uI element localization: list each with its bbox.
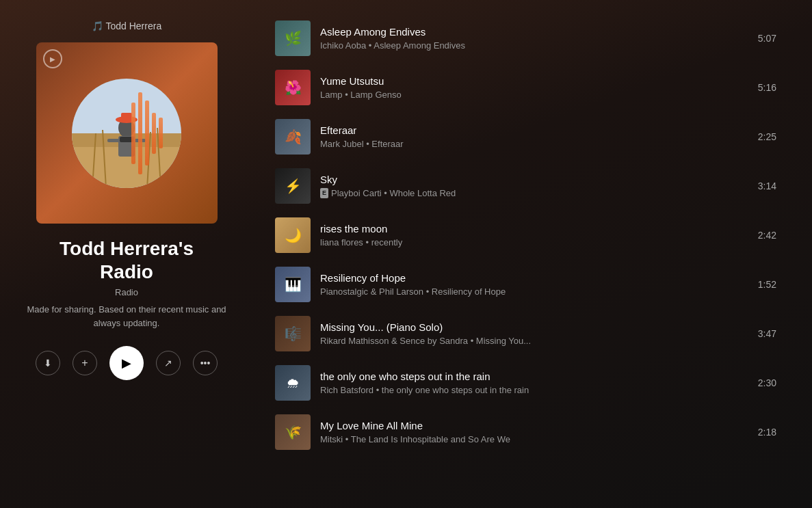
track-meta: Rich Batsford • the only one who steps o… — [320, 385, 739, 395]
track-duration: 3:14 — [749, 181, 776, 191]
track-info: My Love Mine All MineMitski • The Land I… — [320, 420, 739, 444]
svg-rect-6 — [121, 113, 132, 121]
playlist-desc: Made for sharing. Based on their recent … — [0, 303, 253, 330]
track-thumbnail: 🎼 — [275, 316, 311, 351]
person-svg — [72, 79, 181, 188]
track-info: Yume UtsutsuLamp • Lamp Genso — [320, 75, 739, 100]
track-info: Missing You... (Piano Solo)Rikard Mathis… — [320, 321, 739, 346]
track-row[interactable]: 🌙rises the moonliana flores • recently2:… — [267, 211, 785, 260]
track-name: Resiliency of Hope — [320, 272, 739, 284]
explicit-badge: E — [320, 188, 328, 198]
waveform-bar — [152, 113, 156, 154]
track-thumbnail: 🌙 — [275, 217, 311, 253]
more-icon: ••• — [200, 358, 211, 369]
track-thumbnail: 🍂 — [275, 119, 311, 155]
user-tag: 🎵 Todd Herrera — [92, 21, 161, 31]
track-name: the only one who steps out in the rain — [320, 371, 739, 382]
track-list: 🌿Asleep Among EndivesIchiko Aoba • Aslee… — [253, 0, 812, 508]
track-duration: 3:47 — [749, 328, 776, 339]
track-info: Asleep Among EndivesIchiko Aoba • Asleep… — [320, 26, 739, 51]
track-row[interactable]: 🎹Resiliency of HopePianostalgic & Phil L… — [267, 260, 785, 309]
track-info: EfteraarMark Jubel • Efteraar — [320, 124, 739, 149]
track-meta: Lamp • Lamp Genso — [320, 90, 739, 100]
track-duration: 5:07 — [749, 33, 776, 44]
track-meta: Rikard Mathisson & Sence by Sandra • Mis… — [320, 336, 739, 346]
track-name: Asleep Among Endives — [320, 26, 739, 38]
playlist-title: Todd Herrera's Radio — [60, 237, 194, 283]
track-thumbnail: ⚡ — [275, 168, 311, 204]
track-row[interactable]: ⚡SkyE Playboi Carti • Whole Lotta Red3:1… — [267, 161, 785, 211]
track-thumbnail: 🌾 — [275, 414, 311, 450]
track-meta: Mark Jubel • Efteraar — [320, 139, 739, 149]
track-meta: Mitski • The Land Is Inhospitable and So… — [320, 434, 739, 444]
track-name: My Love Mine All Mine — [320, 420, 739, 431]
track-duration: 2:25 — [749, 131, 776, 142]
track-duration: 2:42 — [749, 230, 776, 241]
track-name: Efteraar — [320, 124, 739, 136]
playlist-type: Radio — [115, 287, 138, 297]
track-info: Resiliency of HopePianostalgic & Phil La… — [320, 272, 739, 297]
share-icon: ↗ — [164, 358, 172, 369]
waveform-bar — [131, 103, 135, 164]
track-name: Sky — [320, 174, 739, 185]
track-thumbnail: 🌧 — [275, 365, 311, 401]
track-name: Yume Utsutsu — [320, 75, 739, 87]
track-info: rises the moonliana flores • recently — [320, 223, 739, 248]
waveform-bar — [145, 101, 149, 165]
waveform-bar — [138, 92, 142, 174]
track-duration: 2:18 — [749, 427, 776, 438]
track-row[interactable]: 🌿Asleep Among EndivesIchiko Aoba • Aslee… — [267, 14, 785, 63]
left-panel: 🎵 Todd Herrera — [0, 0, 253, 508]
album-play-icon[interactable]: ▶ — [43, 49, 62, 68]
svg-rect-7 — [107, 139, 121, 142]
track-info: the only one who steps out in the rainRi… — [320, 371, 739, 395]
track-meta: E Playboi Carti • Whole Lotta Red — [320, 188, 739, 198]
controls-row: ⬇ + ▶ ↗ ••• — [36, 346, 218, 380]
track-duration: 5:16 — [749, 82, 776, 93]
play-button[interactable]: ▶ — [109, 346, 144, 380]
play-icon: ▶ — [122, 356, 131, 371]
track-thumbnail: 🌺 — [275, 70, 311, 105]
track-duration: 2:30 — [749, 377, 776, 388]
track-row[interactable]: 🌧the only one who steps out in the rainR… — [267, 358, 785, 407]
track-row[interactable]: 🌺Yume UtsutsuLamp • Lamp Genso5:16 — [267, 63, 785, 112]
track-info: SkyE Playboi Carti • Whole Lotta Red — [320, 174, 739, 198]
track-name: rises the moon — [320, 223, 739, 235]
share-button[interactable]: ↗ — [156, 351, 181, 375]
track-row[interactable]: 🌾My Love Mine All MineMitski • The Land … — [267, 407, 785, 457]
track-row[interactable]: 🎼Missing You... (Piano Solo)Rikard Mathi… — [267, 309, 785, 358]
add-icon: + — [81, 357, 88, 369]
track-duration: 1:52 — [749, 279, 776, 290]
more-button[interactable]: ••• — [193, 351, 218, 375]
waveform — [36, 42, 218, 224]
track-meta: Ichiko Aoba • Asleep Among Endives — [320, 40, 739, 51]
track-name: Missing You... (Piano Solo) — [320, 321, 739, 333]
add-button[interactable]: + — [73, 351, 97, 375]
album-art: ▶ — [36, 42, 218, 224]
track-thumbnail: 🌿 — [275, 21, 311, 56]
track-row[interactable]: 🍂EfteraarMark Jubel • Efteraar2:25 — [267, 112, 785, 161]
track-meta: Pianostalgic & Phil Larson • Resiliency … — [320, 286, 739, 297]
user-tag-label: 🎵 Todd Herrera — [92, 21, 161, 31]
track-meta: liana flores • recently — [320, 237, 739, 248]
download-button[interactable]: ⬇ — [36, 351, 60, 375]
download-icon: ⬇ — [44, 358, 52, 369]
track-thumbnail: 🎹 — [275, 267, 311, 302]
circle-photo — [72, 79, 181, 188]
waveform-bar — [159, 118, 163, 148]
